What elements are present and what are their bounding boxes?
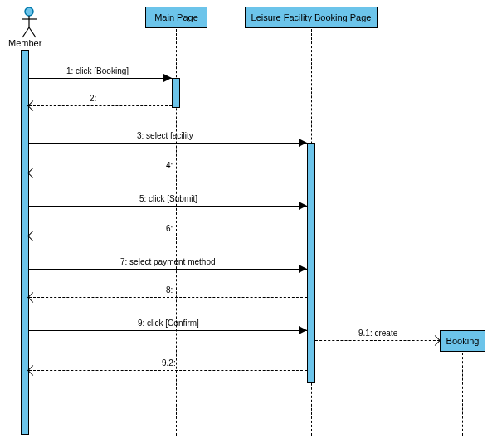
msg-9-2-arrowhead-icon (27, 365, 38, 376)
msg-9-2-label: 9.2: (162, 358, 176, 368)
msg-6-arrowhead-icon (27, 231, 38, 241)
msg-5-arrowhead-icon (299, 202, 307, 210)
msg-1-arrowhead-icon (163, 74, 172, 82)
lifeline-main-page-label: Main Page (154, 12, 198, 22)
activation-member (21, 50, 29, 435)
msg-9-label: 9: click [Confirm] (138, 319, 199, 328)
msg-7-label: 7: select payment method (120, 257, 216, 266)
msg-9-arrow (29, 330, 307, 331)
msg-9-1-label: 9.1: create (358, 329, 397, 338)
msg-8-label: 8: (166, 285, 173, 295)
msg-2-arrowhead-icon (27, 100, 38, 111)
actor-member-label: Member (8, 38, 41, 48)
msg-2-label: 2: (90, 94, 96, 103)
msg-3-arrow (29, 143, 307, 144)
lifeline-booking-page-label: Leisure Facility Booking Page (251, 12, 372, 22)
msg-9-1-arrowhead-icon (430, 335, 441, 346)
msg-9-arrowhead-icon (299, 326, 307, 334)
msg-4-arrow (29, 173, 307, 173)
lifeline-dash-booking (462, 353, 463, 436)
msg-8-arrow (29, 297, 307, 298)
msg-4-arrowhead-icon (27, 168, 38, 178)
msg-3-arrowhead-icon (299, 139, 307, 147)
msg-7-arrow (29, 269, 307, 270)
msg-3-label: 3: select facility (137, 131, 193, 140)
msg-7-arrowhead-icon (299, 265, 307, 273)
actor-member (17, 7, 41, 38)
svg-point-0 (25, 7, 33, 16)
msg-5-label: 5: click [Submit] (139, 194, 197, 203)
msg-9-2-arrow (29, 370, 307, 371)
lifeline-main-page: Main Page (145, 7, 207, 28)
activation-booking-page (307, 143, 315, 383)
svg-line-3 (22, 27, 29, 37)
msg-2-arrow (29, 105, 172, 106)
msg-5-arrow (29, 206, 307, 207)
lifeline-booking-page: Leisure Facility Booking Page (245, 7, 378, 28)
msg-9-1-arrow (315, 340, 440, 341)
msg-6-label: 6: (166, 224, 173, 233)
svg-line-4 (29, 27, 36, 37)
msg-1-arrow (29, 78, 172, 79)
lifeline-booking-label: Booking (446, 336, 480, 346)
msg-6-arrow (29, 236, 307, 236)
msg-4-label: 4: (166, 161, 173, 170)
lifeline-booking: Booking (440, 330, 485, 352)
msg-8-arrowhead-icon (27, 292, 38, 303)
activation-main-page (172, 78, 180, 108)
actor-stick-figure-icon (21, 7, 37, 38)
msg-1-label: 1: click [Booking] (66, 66, 129, 75)
